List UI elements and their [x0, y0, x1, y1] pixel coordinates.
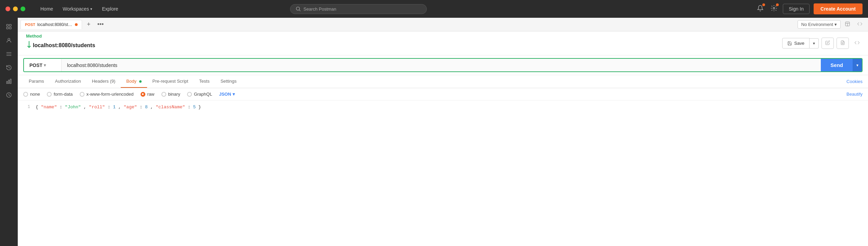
top-nav: Home Workspaces ▾ Explore Search Postman — [0, 0, 868, 18]
method-value: POST — [29, 63, 42, 68]
key-classname: "className" — [156, 105, 185, 110]
radio-binary-label: binary — [168, 92, 180, 97]
cookies-link[interactable]: Cookies — [846, 79, 863, 84]
url-display-text: localhost:8080/students — [33, 42, 95, 49]
save-dropdown-button[interactable]: ▾ — [810, 38, 819, 49]
send-label: Send — [830, 62, 843, 68]
url-display: localhost:8080/students — [26, 41, 779, 50]
json-selector-chevron: ▾ — [233, 92, 235, 97]
radio-binary[interactable]: binary — [161, 92, 180, 97]
sign-in-label: Sign In — [789, 6, 804, 12]
radio-raw[interactable]: raw — [141, 92, 155, 97]
radio-graphql[interactable]: GraphQL — [187, 92, 212, 97]
search-bar[interactable]: Search Postman — [290, 4, 427, 14]
key-age: "age" — [124, 105, 137, 110]
main-layout: POST localhost:8080/stude + ••• No Envir… — [0, 18, 868, 246]
radio-none[interactable]: none — [23, 92, 40, 97]
tab-item-0[interactable]: POST localhost:8080/stude — [21, 20, 82, 29]
notifications-button[interactable] — [755, 3, 765, 15]
radio-urlencoded[interactable]: x-www-form-urlencoded — [80, 92, 134, 97]
radio-none-circle — [23, 92, 28, 97]
tab-method: POST — [25, 23, 35, 27]
sidebar-icon-clock[interactable] — [3, 89, 15, 101]
radio-urlencoded-circle — [80, 92, 84, 97]
radio-form-data-circle — [47, 92, 52, 97]
tab-authorization[interactable]: Authorization — [50, 75, 87, 88]
tab-url: localhost:8080/stude — [37, 22, 73, 27]
sidebar-icon-new-tab[interactable] — [3, 20, 15, 33]
tab-body-label: Body — [126, 79, 136, 84]
edit-icon-button[interactable] — [821, 38, 834, 49]
svg-point-2 — [773, 7, 775, 9]
tab-headers-label: Headers (9) — [92, 79, 116, 84]
layout-icon-button[interactable] — [843, 20, 852, 29]
value-classname: 5 — [193, 105, 196, 110]
radio-form-data[interactable]: form-data — [47, 92, 73, 97]
svg-rect-6 — [9, 27, 11, 29]
sidebar-icon-chart[interactable] — [3, 75, 15, 87]
traffic-light-yellow[interactable] — [13, 6, 18, 11]
send-btn-group: Send ▾ — [821, 59, 862, 71]
nav-home[interactable]: Home — [36, 4, 57, 14]
method-select[interactable]: POST ▾ — [24, 59, 62, 71]
nav-links: Home Workspaces ▾ Explore — [36, 4, 122, 14]
send-button[interactable]: Send — [821, 59, 853, 71]
tab-settings-label: Settings — [221, 79, 237, 84]
settings-button[interactable] — [769, 3, 779, 15]
nav-right: Sign In Create Account — [755, 3, 863, 15]
sidebar-icon-user[interactable] — [3, 34, 15, 46]
create-account-button[interactable]: Create Account — [814, 3, 863, 14]
nav-workspaces-chevron: ▾ — [90, 7, 92, 11]
tab-settings[interactable]: Settings — [215, 75, 242, 88]
send-dropdown-button[interactable]: ▾ — [853, 59, 862, 71]
tab-tests-label: Tests — [199, 79, 209, 84]
sign-in-button[interactable]: Sign In — [783, 4, 810, 14]
settings-badge — [776, 3, 779, 6]
code-view-button[interactable] — [854, 20, 865, 29]
radio-raw-circle — [141, 92, 145, 97]
code-icon-button[interactable] — [852, 39, 863, 48]
nav-home-label: Home — [40, 6, 53, 12]
line-number-1: 1 — [23, 105, 30, 109]
add-tab-button[interactable]: + — [85, 20, 93, 29]
radio-form-data-label: form-data — [54, 92, 73, 97]
svg-point-7 — [8, 38, 10, 40]
request-area: POST ▾ Send ▾ — [18, 55, 868, 75]
json-type-selector[interactable]: JSON ▾ — [219, 92, 235, 97]
url-input[interactable] — [62, 59, 821, 71]
create-account-label: Create Account — [820, 6, 856, 12]
radio-graphql-circle — [187, 92, 192, 97]
code-content-1[interactable]: { "name" : "John" , "roll" : 1 , "age" :… — [36, 105, 201, 110]
search-icon — [296, 6, 301, 11]
sidebar-icon-history[interactable] — [3, 62, 15, 74]
method-annotation-label: Method — [26, 33, 42, 39]
more-tabs-button[interactable]: ••• — [95, 20, 106, 29]
nav-workspaces[interactable]: Workspaces ▾ — [58, 4, 96, 14]
sidebar-icon-collections[interactable] — [3, 48, 15, 60]
tab-headers[interactable]: Headers (9) — [87, 75, 121, 88]
save-area: Save ▾ — [782, 38, 819, 49]
sidebar — [0, 18, 18, 246]
traffic-light-red[interactable] — [5, 6, 10, 11]
tab-pre-request[interactable]: Pre-request Script — [147, 75, 194, 88]
tab-body[interactable]: Body — [121, 75, 147, 88]
traffic-light-green[interactable] — [21, 6, 25, 11]
tab-tests[interactable]: Tests — [194, 75, 215, 88]
nav-explore-label: Explore — [102, 6, 118, 12]
save-button[interactable]: Save — [782, 38, 810, 49]
request-bar: POST ▾ Send ▾ — [23, 58, 863, 72]
tab-params-label: Params — [29, 79, 44, 84]
doc-icon-button[interactable] — [837, 38, 849, 49]
beautify-link[interactable]: Beautify — [846, 92, 863, 97]
tab-params[interactable]: Params — [23, 75, 50, 88]
traffic-lights — [5, 6, 25, 11]
close-brace: } — [198, 105, 201, 110]
env-selector-chevron: ▾ — [834, 22, 837, 27]
code-editor[interactable]: 1 { "name" : "John" , "roll" : 1 , "age"… — [18, 100, 868, 246]
tabs-row: Params Authorization Headers (9) Body Pr… — [18, 75, 868, 88]
beautify-label: Beautify — [846, 92, 863, 97]
environment-selector[interactable]: No Environment ▾ — [798, 20, 841, 29]
nav-explore[interactable]: Explore — [98, 4, 122, 14]
tab-unsaved-dot — [75, 23, 78, 26]
radio-urlencoded-label: x-www-form-urlencoded — [87, 92, 134, 97]
